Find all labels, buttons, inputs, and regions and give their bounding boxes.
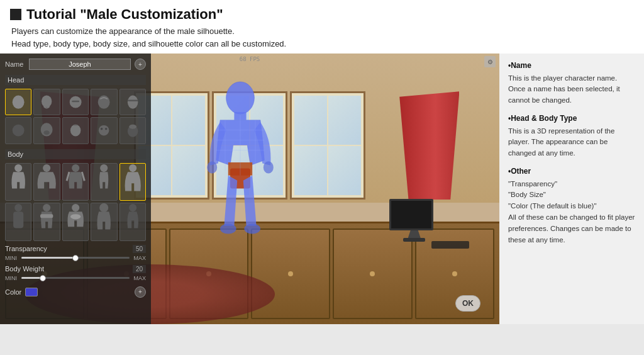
body-weight-value: 20 bbox=[133, 265, 146, 273]
head-option-9[interactable] bbox=[91, 117, 117, 144]
transparency-label: Transparency bbox=[5, 245, 47, 252]
transparency-section: Transparency 50 MINI MAX bbox=[5, 245, 146, 261]
svg-point-23 bbox=[70, 125, 80, 137]
body-option-9[interactable] bbox=[91, 203, 117, 241]
svg-point-30 bbox=[43, 164, 51, 172]
left-panel: Name + Head bbox=[0, 54, 151, 324]
color-swatch[interactable] bbox=[25, 288, 38, 296]
page-title: Tutorial "Male Customization" bbox=[26, 6, 223, 23]
window-pane bbox=[328, 96, 361, 145]
color-row: Color + bbox=[5, 286, 146, 298]
svg-point-28 bbox=[129, 125, 136, 129]
name-confirm-button[interactable]: + bbox=[135, 59, 146, 70]
head-option-3[interactable] bbox=[62, 89, 89, 115]
body-weight-track[interactable] bbox=[21, 277, 130, 279]
keyboard bbox=[431, 241, 469, 249]
svg-rect-37 bbox=[40, 215, 53, 218]
transparency-min: MINI bbox=[5, 255, 19, 261]
ok-button[interactable]: OK bbox=[455, 295, 480, 312]
svg-point-14 bbox=[42, 96, 52, 108]
svg-point-0 bbox=[226, 82, 254, 114]
svg-point-25 bbox=[101, 128, 103, 130]
svg-rect-35 bbox=[13, 212, 23, 228]
svg-point-39 bbox=[70, 215, 80, 220]
body-option-5[interactable] bbox=[119, 163, 146, 201]
transparency-slider-row: MINI MAX bbox=[5, 255, 146, 261]
svg-point-34 bbox=[14, 204, 22, 211]
svg-point-13 bbox=[13, 96, 25, 109]
head-option-2[interactable] bbox=[33, 89, 60, 115]
transparency-track[interactable] bbox=[21, 257, 130, 259]
svg-point-22 bbox=[44, 131, 50, 135]
color-confirm-button[interactable]: + bbox=[135, 286, 146, 298]
title-row: Tutorial "Male Customization" bbox=[10, 6, 634, 23]
svg-point-38 bbox=[72, 204, 79, 211]
name-input[interactable] bbox=[29, 59, 131, 70]
info-body-1: This is the player character name. Once … bbox=[508, 73, 635, 106]
svg-point-6 bbox=[244, 224, 260, 234]
body-option-6[interactable] bbox=[5, 203, 31, 241]
body-section-label: Body bbox=[5, 149, 146, 159]
info-section-1: •NameThis is the player character name. … bbox=[508, 60, 635, 106]
curtain-right bbox=[399, 91, 459, 200]
header: Tutorial "Male Customization" Players ca… bbox=[0, 0, 644, 54]
head-option-5[interactable] bbox=[119, 89, 146, 115]
svg-point-5 bbox=[220, 224, 236, 234]
subtitle: Players can customize the appearance of … bbox=[11, 25, 634, 50]
window-pane bbox=[294, 146, 327, 195]
body-weight-max: MAX bbox=[132, 275, 146, 281]
svg-point-29 bbox=[14, 164, 22, 172]
svg-rect-19 bbox=[128, 100, 138, 101]
svg-point-20 bbox=[13, 125, 25, 137]
info-section-3: •Other"Transparency" "Body Size" "Color … bbox=[508, 166, 635, 245]
body-option-8[interactable] bbox=[62, 203, 89, 241]
svg-point-18 bbox=[128, 96, 138, 109]
head-option-6[interactable] bbox=[5, 117, 31, 144]
info-section-2: •Head & Body TypeThis is a 3D representa… bbox=[508, 113, 635, 159]
info-title-2: •Head & Body Type bbox=[508, 113, 635, 125]
svg-point-3 bbox=[264, 162, 274, 174]
body-option-7[interactable] bbox=[33, 203, 60, 241]
subtitle-line1: Players can customize the appearance of … bbox=[11, 26, 235, 36]
head-option-1[interactable] bbox=[5, 89, 31, 115]
body-weight-min: MINI bbox=[5, 275, 19, 281]
svg-point-41 bbox=[129, 204, 136, 211]
body-option-4[interactable] bbox=[91, 163, 117, 201]
svg-point-40 bbox=[99, 203, 108, 212]
head-option-7[interactable] bbox=[33, 117, 60, 144]
head-option-8[interactable] bbox=[62, 117, 89, 144]
transparency-thumb[interactable] bbox=[72, 255, 79, 261]
body-weight-section: Body Weight 20 MINI MAX bbox=[5, 265, 146, 281]
name-label: Name bbox=[5, 60, 25, 68]
title-icon bbox=[10, 9, 21, 20]
svg-point-26 bbox=[105, 128, 108, 130]
svg-rect-16 bbox=[72, 101, 79, 102]
monitor-screen bbox=[389, 199, 433, 230]
transparency-fill bbox=[21, 257, 75, 259]
info-title-1: •Name bbox=[508, 60, 635, 72]
body-option-3[interactable] bbox=[62, 163, 89, 201]
info-body-3: "Transparency" "Body Size" "Color (The d… bbox=[508, 179, 635, 246]
corner-icon: ⚙ bbox=[484, 56, 496, 67]
color-label: Color bbox=[5, 288, 21, 296]
head-grid bbox=[5, 89, 146, 144]
name-row: Name + bbox=[5, 59, 146, 70]
transparency-value: 50 bbox=[133, 245, 146, 253]
body-option-1[interactable] bbox=[5, 163, 31, 201]
svg-point-24 bbox=[99, 125, 109, 135]
game-area: 68 FPS ⚙ OK Name + Head bbox=[0, 54, 499, 324]
window-frame-right bbox=[290, 91, 365, 200]
body-weight-thumb[interactable] bbox=[40, 275, 46, 281]
head-option-10[interactable] bbox=[119, 117, 146, 144]
body-weight-header: Body Weight 20 bbox=[5, 265, 146, 273]
body-option-2[interactable] bbox=[33, 163, 60, 201]
monitor-base bbox=[403, 238, 425, 242]
transparency-max: MAX bbox=[132, 255, 146, 261]
character-silhouette bbox=[190, 75, 291, 286]
right-panel: •NameThis is the player character name. … bbox=[499, 54, 644, 324]
body-weight-slider-row: MINI MAX bbox=[5, 275, 146, 281]
fps-counter: 68 FPS bbox=[240, 56, 260, 62]
body-weight-label: Body Weight bbox=[5, 265, 44, 273]
body-option-10[interactable] bbox=[119, 203, 146, 241]
head-option-4[interactable] bbox=[91, 89, 117, 115]
